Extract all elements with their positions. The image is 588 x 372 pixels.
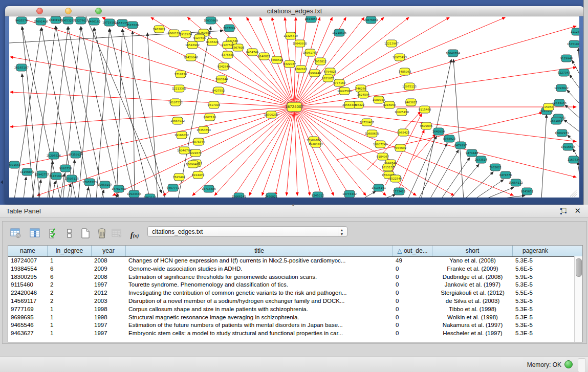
network-node[interactable]: 9699695 <box>420 122 433 129</box>
network-node[interactable]: 7485063 <box>399 68 411 75</box>
network-node[interactable]: 9457771 <box>167 184 180 191</box>
network-node[interactable]: 3624594 <box>357 91 370 98</box>
network-node[interactable]: 8813054 <box>305 16 318 23</box>
network-node[interactable]: 7625402 <box>173 173 186 181</box>
delete-column-icon[interactable] <box>96 228 108 240</box>
network-node[interactable]: 22420046 <box>184 54 198 61</box>
network-node[interactable]: 20876862 <box>364 16 378 24</box>
black-edge[interactable] <box>496 195 525 198</box>
network-canvas[interactable]: 9405574276914061843194110653287152760264… <box>9 16 579 198</box>
network-node[interactable]: 8322037 <box>284 60 296 68</box>
network-node[interactable]: 15692971 <box>555 129 569 137</box>
black-edge[interactable] <box>147 33 158 198</box>
network-node[interactable]: 9146821 <box>258 53 271 60</box>
network-node[interactable]: 1080753 <box>373 96 385 103</box>
network-node[interactable]: 19654932 <box>170 117 185 124</box>
black-edge[interactable] <box>110 29 150 198</box>
network-node[interactable]: 9474444 <box>466 149 478 157</box>
network-node[interactable]: 9862110 <box>144 194 157 198</box>
network-node[interactable]: 2718126 <box>175 71 187 78</box>
column-header-pagerank[interactable]: pagerank <box>513 246 558 256</box>
network-node[interactable]: 12213967 <box>384 40 399 47</box>
table-row[interactable]: 2242004622012Investigating the contribut… <box>8 289 582 297</box>
network-node[interactable]: 12942757 <box>35 171 49 178</box>
table-row[interactable]: 946362711997Embryonic stem cells: a mode… <box>8 330 582 338</box>
table-settings-icon[interactable] <box>10 228 22 240</box>
network-node[interactable]: 7975692 <box>394 144 407 151</box>
select-all-rows-icon[interactable] <box>48 228 60 240</box>
network-node[interactable]: 17957223 <box>82 179 97 186</box>
network-node[interactable]: 8216050 <box>383 101 396 108</box>
network-node[interactable]: 1621075 <box>322 75 335 82</box>
collapse-panel-arrow-icon[interactable] <box>1 180 3 184</box>
red-edge[interactable] <box>294 107 310 195</box>
black-edge[interactable] <box>24 177 26 198</box>
column-header-name[interactable]: name <box>8 246 48 256</box>
red-edge[interactable] <box>294 107 334 195</box>
network-node[interactable]: 11451944 <box>49 172 63 180</box>
red-edge[interactable] <box>294 68 576 107</box>
network-node[interactable]: 18640910 <box>293 40 307 47</box>
network-node[interactable]: 9129946 <box>560 55 573 62</box>
network-node[interactable]: 6914479 <box>192 171 205 179</box>
new-column-icon[interactable] <box>79 228 92 240</box>
table-row[interactable]: 1456911722003Disruption of a novel membe… <box>8 297 582 305</box>
network-node[interactable]: 1640954 <box>432 128 445 135</box>
network-node[interactable]: 16648784 <box>446 50 460 57</box>
network-node[interactable]: 1527602 <box>75 17 88 24</box>
network-node[interactable]: 15218506 <box>332 29 346 36</box>
network-node[interactable]: 12975115 <box>402 83 417 90</box>
network-node[interactable]: 8186328 <box>206 38 219 46</box>
table-row[interactable]: 946554611997Estimation of the future num… <box>8 321 582 330</box>
network-node[interactable]: 18807249 <box>373 141 387 148</box>
network-node[interactable]: 11156839 <box>20 168 34 176</box>
network-node[interactable]: 18720407 <box>360 119 374 126</box>
network-node[interactable]: 9093758 <box>59 165 72 172</box>
panel-splitter-handle[interactable]: ▲ <box>292 204 297 206</box>
black-edge[interactable] <box>133 31 135 198</box>
column-header-short[interactable]: short <box>432 246 513 256</box>
network-node[interactable]: 6479197 <box>454 142 467 149</box>
red-edge[interactable] <box>294 107 350 195</box>
network-node[interactable]: 15353594 <box>197 126 211 134</box>
delete-table-icon[interactable] <box>111 228 123 240</box>
scrollbar-thumb[interactable] <box>576 258 582 277</box>
network-node[interactable]: 9242848 <box>217 63 230 70</box>
black-edge[interactable] <box>578 48 579 62</box>
network-node[interactable]: 1733426 <box>393 188 406 195</box>
column-header-in_degree[interactable]: in_degree <box>48 246 92 256</box>
network-node[interactable]: 27691406 <box>34 18 48 25</box>
network-node[interactable]: 10654112 <box>509 179 523 186</box>
network-node[interactable]: 8867110 <box>204 114 216 121</box>
table-row[interactable]: 969969511998Structural magnetic resonanc… <box>8 314 582 322</box>
black-edge[interactable] <box>465 172 493 198</box>
black-edge[interactable] <box>453 59 464 198</box>
vertical-scrollbar[interactable] <box>574 256 582 342</box>
black-edge[interactable] <box>86 187 89 198</box>
network-node[interactable]: 1167534 <box>568 156 579 163</box>
network-node[interactable]: 15066141 <box>232 193 246 198</box>
table-header-row[interactable]: namein_degreeyeartitle△ out_de...shortpa… <box>8 246 582 257</box>
network-node[interactable]: 8427552 <box>212 87 225 94</box>
network-node[interactable]: 1681851 <box>550 117 563 124</box>
close-panel-icon[interactable]: ✕ <box>574 206 581 215</box>
network-node[interactable]: 15751074 <box>567 40 579 48</box>
black-edge[interactable] <box>567 90 579 103</box>
black-edge[interactable] <box>578 162 579 174</box>
network-node[interactable]: 6466160 <box>88 18 101 25</box>
black-edge[interactable] <box>383 194 396 198</box>
table-row[interactable]: 977716911998Corpus callosum shape and si… <box>8 305 582 314</box>
red-edge[interactable] <box>294 17 409 107</box>
column-header-out_de[interactable]: △ out_de... <box>393 246 432 256</box>
black-edge[interactable] <box>68 184 71 198</box>
table-select-combo[interactable]: citations_edges.txt ▲▼ <box>147 226 347 237</box>
black-edge[interactable] <box>362 191 376 198</box>
network-node[interactable]: 16782759 <box>112 185 126 192</box>
network-node[interactable]: 7463822 <box>153 26 166 33</box>
network-node[interactable]: 15718485 <box>202 185 216 192</box>
column-header-title[interactable]: title <box>126 246 393 256</box>
network-node[interactable]: 9777169 <box>333 79 346 86</box>
network-node[interactable]: 7568520 <box>271 56 284 63</box>
node-attribute-table[interactable]: namein_degreeyeartitle△ out_de...shortpa… <box>8 245 583 342</box>
network-node[interactable]: 2522544 <box>389 175 402 182</box>
